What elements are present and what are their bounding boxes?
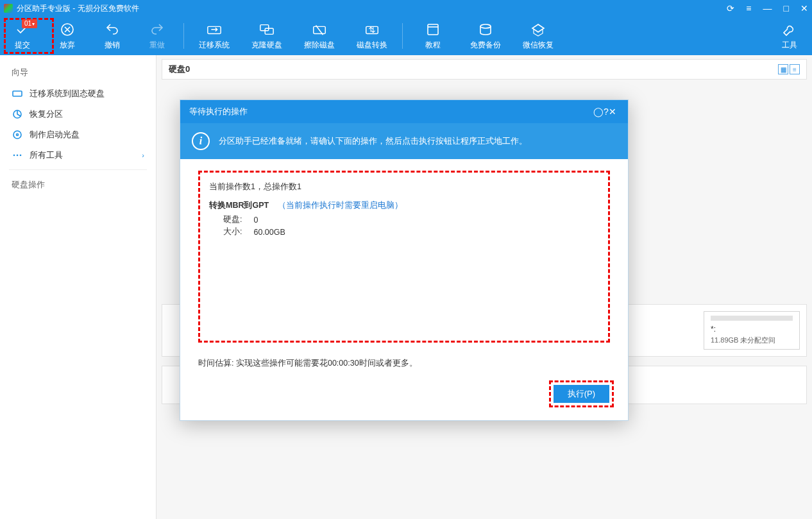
dialog-footer: 执行(P) bbox=[180, 380, 628, 420]
svg-point-11 bbox=[17, 134, 19, 136]
svg-rect-5 bbox=[366, 26, 378, 33]
sidebar-item-label: 迁移系统到固态硬盘 bbox=[30, 88, 105, 99]
partition-name: *: bbox=[711, 325, 793, 334]
submit-badge: 01 bbox=[22, 19, 37, 28]
dialog-info-text: 分区助手已经准备就绪，请确认下面的操作，然后点击执行按钮让程序正式地工作。 bbox=[219, 135, 527, 147]
tools-button[interactable]: 工具 bbox=[767, 17, 812, 55]
toolbar-separator bbox=[402, 23, 403, 49]
undo-button[interactable]: 撤销 bbox=[90, 17, 135, 55]
dialog-title: 等待执行的操作 bbox=[189, 106, 593, 117]
op-count-text: 当前操作数1，总操作数1 bbox=[209, 182, 599, 192]
migrate-button[interactable]: 迁移系统 bbox=[188, 17, 241, 55]
op-name: 转换MBR到GPT bbox=[209, 201, 269, 210]
dialog-body: 当前操作数1，总操作数1 转换MBR到GPT （当前操作执行时需要重启电脑） 硬… bbox=[180, 159, 628, 358]
submit-button[interactable]: 01 提交 bbox=[0, 17, 45, 55]
svg-point-12 bbox=[13, 155, 15, 157]
svg-point-13 bbox=[17, 155, 19, 157]
table-row: 硬盘:0 bbox=[223, 214, 297, 226]
wipe-button[interactable]: 擦除磁盘 bbox=[293, 17, 346, 55]
wrench-icon bbox=[782, 22, 797, 37]
app-logo bbox=[4, 4, 13, 13]
wipe-icon bbox=[312, 22, 327, 37]
wechat-recover-button[interactable]: 微信恢复 bbox=[512, 17, 564, 55]
svg-point-7 bbox=[480, 24, 491, 28]
wechat-icon bbox=[530, 22, 546, 37]
partition-info: 11.89GB 未分配空间 bbox=[711, 336, 793, 345]
ssd-icon bbox=[12, 88, 23, 99]
migrate-icon bbox=[207, 22, 222, 37]
tutorial-button[interactable]: 教程 bbox=[407, 17, 459, 55]
sidebar-item-migrate-ssd[interactable]: 迁移系统到固态硬盘 bbox=[0, 83, 156, 104]
redo-icon bbox=[149, 22, 165, 37]
dialog-info-banner: i 分区助手已经准备就绪，请确认下面的操作，然后点击执行按钮让程序正式地工作。 bbox=[180, 123, 628, 159]
view-toggle: ▦ ≡ bbox=[778, 64, 800, 74]
convert-icon bbox=[364, 22, 380, 37]
view-list-icon[interactable]: ≡ bbox=[790, 64, 800, 74]
sidebar-item-bootdisc[interactable]: 制作启动光盘 bbox=[0, 124, 156, 145]
ops-highlight-box: 当前操作数1，总操作数1 转换MBR到GPT （当前操作执行时需要重启电脑） 硬… bbox=[198, 171, 610, 343]
minimize-icon[interactable]: — bbox=[763, 4, 772, 13]
disk-label: 硬盘0 bbox=[169, 64, 190, 75]
disc-icon bbox=[12, 129, 23, 140]
view-grid-icon[interactable]: ▦ bbox=[778, 64, 788, 74]
dialog-titlebar: 等待执行的操作 ◯? ✕ bbox=[180, 100, 628, 123]
window-controls: ⟳ ≡ — □ ✕ bbox=[727, 4, 808, 13]
op-details-table: 硬盘:0 大小:60.00GB bbox=[223, 214, 297, 238]
title-bar: 分区助手专业版 - 无损分区免费软件 ⟳ ≡ — □ ✕ bbox=[0, 0, 812, 17]
chevron-right-icon: › bbox=[142, 151, 144, 159]
svg-point-14 bbox=[20, 155, 22, 157]
sidebar-item-recover[interactable]: 恢复分区 bbox=[0, 104, 156, 124]
book-icon bbox=[425, 22, 441, 37]
wizard-title: 向导 bbox=[0, 62, 156, 83]
discard-button[interactable]: 放弃 bbox=[45, 17, 90, 55]
window-title: 分区助手专业版 - 无损分区免费软件 bbox=[17, 3, 727, 14]
disk-header: 硬盘0 ▦ ≡ bbox=[162, 59, 807, 80]
refresh-icon[interactable]: ⟳ bbox=[727, 4, 734, 13]
main-toolbar: 01 提交 放弃 撤销 重做 迁移系统 克隆硬盘 擦除磁盘 磁盘转换 教程 免费… bbox=[0, 17, 812, 55]
menu-icon[interactable]: ≡ bbox=[746, 4, 751, 13]
svg-rect-8 bbox=[13, 91, 22, 96]
sidebar-item-label: 制作启动光盘 bbox=[30, 129, 80, 140]
svg-rect-1 bbox=[208, 26, 221, 33]
svg-point-10 bbox=[13, 131, 21, 139]
sidebar-item-label: 所有工具 bbox=[30, 149, 63, 161]
close-icon[interactable]: ✕ bbox=[800, 4, 808, 13]
sidebar-separator bbox=[9, 169, 147, 170]
clone-icon bbox=[259, 22, 275, 37]
redo-button[interactable]: 重做 bbox=[135, 17, 180, 55]
dialog-close-icon[interactable]: ✕ bbox=[606, 106, 619, 117]
help-icon[interactable]: ◯? bbox=[593, 106, 606, 117]
maximize-icon[interactable]: □ bbox=[784, 4, 789, 13]
info-icon: i bbox=[192, 132, 210, 150]
clone-button[interactable]: 克隆硬盘 bbox=[241, 17, 293, 55]
svg-rect-2 bbox=[260, 24, 269, 30]
exec-highlight-box: 执行(P) bbox=[549, 380, 614, 407]
svg-rect-6 bbox=[428, 24, 438, 35]
pending-ops-dialog: 等待执行的操作 ◯? ✕ i 分区助手已经准备就绪，请确认下面的操作，然后点击执… bbox=[180, 99, 629, 421]
sidebar-item-alltools[interactable]: 所有工具 › bbox=[0, 145, 156, 166]
op-warning: （当前操作执行时需要重启电脑） bbox=[278, 201, 403, 210]
sidebar-item-label: 恢复分区 bbox=[30, 108, 63, 120]
sidebar: 向导 迁移系统到固态硬盘 恢复分区 制作启动光盘 所有工具 › 硬盘操作 bbox=[0, 55, 156, 519]
more-icon bbox=[12, 149, 23, 161]
execute-button[interactable]: 执行(P) bbox=[554, 385, 609, 403]
partition-box[interactable]: *: 11.89GB 未分配空间 bbox=[704, 311, 800, 350]
app-subtitle: 无损分区免费软件 bbox=[78, 4, 139, 13]
backup-button[interactable]: 免费备份 bbox=[459, 17, 512, 55]
undo-icon bbox=[105, 22, 120, 37]
toolbar-separator bbox=[183, 23, 184, 49]
disk-ops-title: 硬盘操作 bbox=[0, 174, 156, 196]
time-estimate: 时间估算: 实现这些操作可能需要花00:00:30时间或者更多。 bbox=[180, 358, 628, 380]
backup-icon bbox=[478, 22, 493, 37]
svg-rect-3 bbox=[265, 28, 273, 34]
discard-icon bbox=[60, 22, 75, 37]
app-name: 分区助手专业版 bbox=[17, 4, 71, 13]
pie-icon bbox=[12, 108, 23, 120]
table-row: 大小:60.00GB bbox=[223, 226, 297, 238]
convert-button[interactable]: 磁盘转换 bbox=[346, 17, 398, 55]
partition-usage-bar bbox=[711, 316, 793, 321]
